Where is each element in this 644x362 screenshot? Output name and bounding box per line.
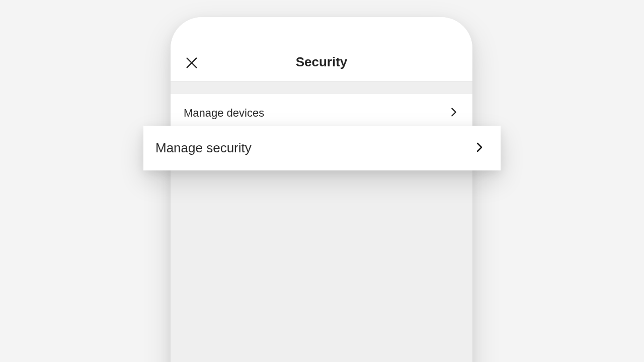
content-area: Manage devices xyxy=(171,81,472,133)
header-bar: Security xyxy=(171,17,472,81)
phone-frame: Security Manage devices xyxy=(171,17,472,362)
list-item-label: Manage devices xyxy=(184,107,264,120)
close-icon xyxy=(185,56,199,72)
chevron-right-icon xyxy=(473,141,486,155)
page-title: Security xyxy=(296,54,348,70)
chevron-right-icon xyxy=(448,107,459,120)
close-button[interactable] xyxy=(182,54,202,74)
list-item-label: Manage security xyxy=(155,140,252,156)
list-item-manage-security[interactable]: Manage security xyxy=(143,126,501,170)
